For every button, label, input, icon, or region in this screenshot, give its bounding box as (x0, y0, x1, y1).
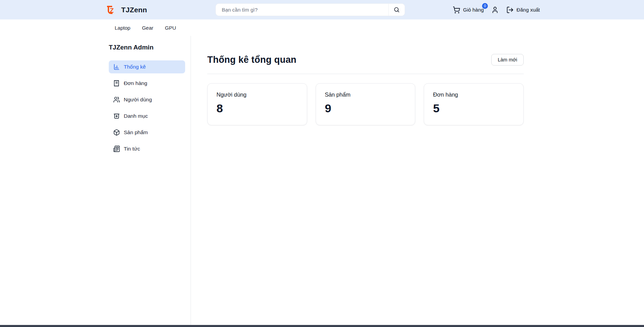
stat-card-label: Sản phẩm (325, 91, 406, 98)
search-bar (215, 3, 405, 16)
sidebar-item-label: Người dùng (124, 97, 152, 103)
header-actions: Giỏ hàng 0 Đăng xuất (453, 0, 540, 19)
search-input[interactable] (216, 4, 388, 16)
sidebar-item-thong-ke[interactable]: Thống kê (109, 60, 185, 73)
top-header: Z TJZenn Giỏ hàng 0 Đăng xuất (0, 0, 644, 19)
logout-label: Đăng xuất (516, 7, 540, 13)
sidebar-item-label: Tin tức (124, 146, 140, 152)
brand-name: TJZenn (121, 6, 147, 14)
category-nav: Laptop Gear GPU (0, 19, 644, 36)
cart-count-badge: 0 (482, 3, 488, 9)
sidebar-nav: Thống kê Đơn hàng Người dùng Danh mục Sả… (109, 60, 185, 155)
tjzenn-logo-icon: Z (106, 4, 117, 15)
nav-link-gpu[interactable]: GPU (165, 25, 176, 31)
stat-card-value: 8 (216, 102, 298, 115)
category-nav-list: Laptop Gear GPU (104, 19, 540, 36)
stat-card-label: Đơn hàng (433, 91, 514, 98)
main-content: Thống kê tổng quan Làm mới Người dùng 8 … (191, 36, 644, 325)
account-button[interactable] (491, 6, 499, 14)
sidebar-item-danh-muc[interactable]: Danh mục (109, 110, 185, 123)
sidebar-item-label: Đơn hàng (124, 80, 147, 86)
cart-button[interactable]: Giỏ hàng 0 (453, 6, 484, 14)
newspaper-icon (113, 145, 120, 152)
users-icon (113, 96, 120, 103)
sidebar-item-tin-tuc[interactable]: Tin tức (109, 142, 185, 155)
admin-sidebar: TJZenn Admin Thống kê Đơn hàng Người dùn… (0, 36, 191, 325)
logout-button[interactable]: Đăng xuất (506, 6, 540, 14)
sidebar-title: TJZenn Admin (109, 44, 191, 51)
cart-label: Giỏ hàng (463, 7, 484, 13)
shopping-cart-icon (453, 6, 460, 14)
sidebar-item-label: Sản phẩm (124, 129, 148, 136)
stat-card-san-pham: Sản phẩm 9 (316, 83, 416, 125)
stat-card-nguoi-dung: Người dùng 8 (207, 83, 307, 125)
search-icon (393, 6, 400, 13)
footer-bar (0, 325, 644, 327)
svg-text:Z: Z (110, 7, 114, 14)
sidebar-item-label: Danh mục (124, 113, 148, 119)
sidebar-item-nguoi-dung[interactable]: Người dùng (109, 93, 185, 106)
user-icon (491, 6, 499, 14)
nav-link-laptop[interactable]: Laptop (115, 25, 131, 31)
sidebar-item-label: Thống kê (124, 64, 146, 70)
stats-cards: Người dùng 8 Sản phẩm 9 Đơn hàng 5 (207, 83, 524, 125)
sidebar-item-don-hang[interactable]: Đơn hàng (109, 77, 185, 90)
package-icon (113, 129, 120, 136)
brand-home-link[interactable]: Z TJZenn (106, 0, 147, 19)
nav-link-gear[interactable]: Gear (142, 25, 153, 31)
search-button[interactable] (388, 4, 405, 16)
stat-card-don-hang: Đơn hàng 5 (424, 83, 524, 125)
section-divider (207, 74, 524, 74)
stat-card-value: 5 (433, 102, 514, 115)
refresh-button[interactable]: Làm mới (491, 54, 524, 66)
category-box-icon (113, 113, 120, 119)
sidebar-item-san-pham[interactable]: Sản phẩm (109, 126, 185, 139)
page-title: Thống kê tổng quan (207, 55, 297, 65)
chart-column-icon (113, 63, 120, 70)
log-out-icon (506, 6, 514, 14)
receipt-icon (113, 80, 120, 87)
stat-card-value: 9 (325, 102, 406, 115)
stat-card-label: Người dùng (216, 91, 298, 98)
